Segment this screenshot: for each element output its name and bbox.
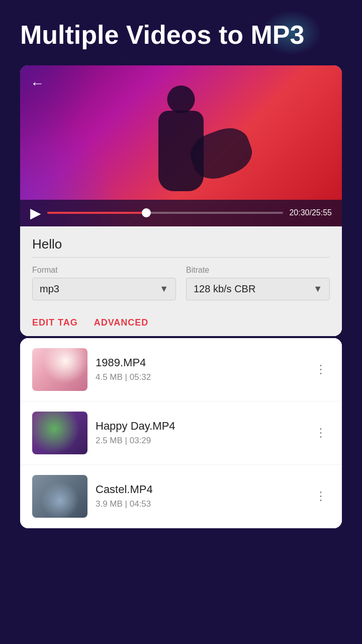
format-dropdown-arrow: ▼: [159, 284, 168, 294]
time-display: 20:30/25:55: [289, 208, 332, 217]
bitrate-select[interactable]: 128 kb/s CBR ▼: [186, 278, 330, 300]
bitrate-dropdown-arrow: ▼: [313, 284, 322, 294]
advanced-button[interactable]: ADVANCED: [94, 317, 149, 328]
file-info-1: Happy Day.MP4 2.5 MB | 03:29: [96, 420, 303, 446]
info-section: Hello Format mp3 ▼ Bitrate 128 kb/s CBR …: [20, 226, 342, 336]
more-button-2[interactable]: ⋮: [311, 485, 330, 507]
more-button-1[interactable]: ⋮: [311, 422, 330, 444]
edit-tag-button[interactable]: EDIT TAG: [32, 317, 78, 328]
file-info-2: Castel.MP4 3.9 MB | 04:53: [96, 483, 303, 509]
list-item: Happy Day.MP4 2.5 MB | 03:29 ⋮: [20, 401, 342, 465]
format-label: Format: [32, 266, 176, 275]
list-item: Castel.MP4 3.9 MB | 04:53 ⋮: [20, 465, 342, 528]
progress-thumb[interactable]: [142, 208, 151, 217]
file-thumbnail-0: [32, 348, 87, 391]
bitrate-label: Bitrate: [186, 266, 330, 275]
file-meta-0: 4.5 MB | 05:32: [96, 372, 303, 382]
main-card: ← ▶ 20:30/25:55 Hello Format mp3 ▼ Bitra: [20, 65, 342, 336]
file-name-2: Castel.MP4: [96, 483, 303, 496]
file-meta-1: 2.5 MB | 03:29: [96, 436, 303, 446]
format-value: mp3: [40, 283, 59, 295]
file-name-1: Happy Day.MP4: [96, 420, 303, 433]
file-thumbnail-1: [32, 412, 87, 454]
bitrate-value: 128 kb/s CBR: [194, 283, 255, 295]
divider: [32, 257, 330, 258]
file-thumbnail-2: [32, 475, 87, 518]
guitar-body: [185, 122, 257, 185]
bitrate-group: Bitrate 128 kb/s CBR ▼: [186, 266, 330, 300]
back-button[interactable]: ←: [30, 75, 44, 92]
progress-bar[interactable]: [47, 212, 283, 214]
file-meta-2: 3.9 MB | 04:53: [96, 499, 303, 509]
track-title: Hello: [32, 236, 330, 252]
file-list: 1989.MP4 4.5 MB | 05:32 ⋮ Happy Day.MP4 …: [20, 338, 342, 528]
file-info-0: 1989.MP4 4.5 MB | 05:32: [96, 356, 303, 382]
format-select[interactable]: mp3 ▼: [32, 278, 176, 300]
progress-fill: [47, 212, 146, 214]
file-name-0: 1989.MP4: [96, 356, 303, 369]
play-button[interactable]: ▶: [30, 205, 41, 221]
player-controls: ▶ 20:30/25:55: [20, 200, 342, 226]
tag-row: EDIT TAG ADVANCED: [32, 310, 330, 336]
more-button-0[interactable]: ⋮: [311, 358, 330, 380]
list-item: 1989.MP4 4.5 MB | 05:32 ⋮: [20, 338, 342, 401]
header: Multiple Videos to MP3: [0, 0, 362, 60]
guitarist-silhouette: [131, 80, 231, 211]
video-player: ← ▶ 20:30/25:55: [20, 65, 342, 226]
format-row: Format mp3 ▼ Bitrate 128 kb/s CBR ▼: [32, 266, 330, 300]
format-group: Format mp3 ▼: [32, 266, 176, 300]
page-title: Multiple Videos to MP3: [20, 20, 342, 50]
